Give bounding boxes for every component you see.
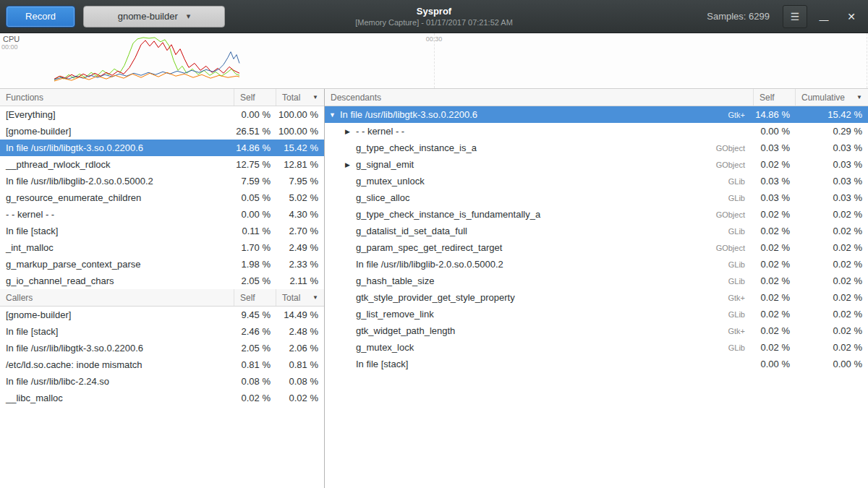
- descendants-row[interactable]: In file [stack]0.00 %0.00 %: [325, 356, 868, 372]
- functions-row[interactable]: In file /usr/lib/libglib-2.0.so.0.5000.2…: [0, 173, 324, 189]
- cpu-graph[interactable]: CPU 00:00 00:30: [0, 33, 868, 89]
- function-self: 0.00 %: [234, 209, 276, 220]
- function-name: In file [stack]: [0, 226, 234, 236]
- cumulative-header-label: Cumulative: [801, 93, 845, 103]
- descendant-cumulative: 0.02 %: [796, 209, 868, 220]
- function-self: 12.75 %: [234, 159, 276, 170]
- functions-row[interactable]: [Everything]0.00 %100.00 %: [0, 106, 324, 123]
- function-name: _int_malloc: [0, 242, 234, 253]
- descendant-name: In file /usr/lib/libglib-2.0.so.0.5000.2: [356, 259, 503, 270]
- descendants-column-header[interactable]: Descendants: [325, 89, 754, 106]
- descendant-library: GObject: [716, 244, 754, 252]
- callers-total-column-header[interactable]: Total ▼: [276, 289, 324, 306]
- descendant-self: 0.02 %: [754, 275, 796, 286]
- left-pane: Functions Self Total ▼ [Everything]0.00 …: [0, 89, 324, 488]
- descendants-row[interactable]: gtk_widget_path_lengthGtk+0.02 %0.02 %: [325, 322, 868, 339]
- descendant-library: GLib: [728, 177, 754, 186]
- window-title: Sysprof: [417, 6, 451, 17]
- descendant-name: gtk_widget_path_length: [356, 325, 455, 336]
- callers-row[interactable]: /etc/ld.so.cache: inode mismatch0.81 %0.…: [0, 356, 324, 373]
- descendants-row[interactable]: g_mutex_lockGLib0.02 %0.02 %: [325, 339, 868, 356]
- descendants-cumulative-column-header[interactable]: Cumulative ▼: [796, 89, 868, 106]
- functions-row[interactable]: g_resource_enumerate_children0.05 %5.02 …: [0, 189, 324, 206]
- descendants-row[interactable]: g_type_check_instance_is_aGObject0.03 %0…: [325, 140, 868, 156]
- caller-total: 0.08 %: [276, 376, 324, 387]
- descendant-name-cell: g_type_check_instance_is_fundamentally_a…: [325, 209, 754, 220]
- function-total: 5.02 %: [276, 192, 324, 203]
- functions-total-column-header[interactable]: Total ▼: [276, 89, 324, 106]
- functions-row[interactable]: g_markup_parse_context_parse1.98 %2.33 %: [0, 256, 324, 273]
- callers-row[interactable]: In file /usr/lib/libgtk-3.so.0.2200.62.0…: [0, 340, 324, 356]
- caller-name: In file [stack]: [0, 326, 234, 337]
- descendants-row[interactable]: In file /usr/lib/libglib-2.0.so.0.5000.2…: [325, 256, 868, 273]
- functions-column-header[interactable]: Functions: [0, 89, 234, 106]
- menu-button[interactable]: ☰: [783, 5, 807, 28]
- callers-row[interactable]: In file [stack]2.46 %2.48 %: [0, 323, 324, 340]
- callers-table-header: Callers Self Total ▼: [0, 289, 324, 307]
- expander-icon[interactable]: ▼: [329, 111, 340, 119]
- descendant-cumulative: 0.02 %: [796, 259, 868, 270]
- callers-row[interactable]: [gnome-builder]9.45 %14.49 %: [0, 307, 324, 323]
- cpu-graph-label: CPU: [3, 35, 20, 43]
- descendant-cumulative: 0.02 %: [796, 242, 868, 253]
- descendants-row[interactable]: g_param_spec_get_redirect_targetGObject0…: [325, 239, 868, 256]
- functions-table-header: Functions Self Total ▼: [0, 89, 324, 106]
- functions-row[interactable]: In file [stack]0.11 %2.70 %: [0, 223, 324, 239]
- sysprof-window: Record gnome-builder ▾ Sysprof [Memory C…: [0, 0, 868, 488]
- caller-name: __libc_malloc: [0, 393, 234, 403]
- descendants-row[interactable]: g_list_remove_linkGLib0.02 %0.02 %: [325, 306, 868, 322]
- descendant-name: g_signal_emit: [356, 159, 414, 170]
- descendant-cumulative: 0.03 %: [796, 192, 868, 203]
- functions-row[interactable]: _int_malloc1.70 %2.49 %: [0, 239, 324, 256]
- function-total: 100.00 %: [276, 126, 324, 137]
- functions-row[interactable]: __pthread_rwlock_rdlock12.75 %12.81 %: [0, 156, 324, 173]
- caller-total: 14.49 %: [276, 309, 324, 320]
- functions-row[interactable]: In file /usr/lib/libgtk-3.so.0.2200.614.…: [0, 140, 324, 156]
- descendant-self: 0.03 %: [754, 176, 796, 187]
- caller-total: 2.48 %: [276, 326, 324, 337]
- function-self: 1.70 %: [234, 242, 276, 253]
- descendants-row[interactable]: ▶g_signal_emitGObject0.02 %0.03 %: [325, 156, 868, 173]
- descendants-row[interactable]: ▼In file /usr/lib/libgtk-3.so.0.2200.6Gt…: [325, 106, 868, 123]
- descendants-row[interactable]: gtk_style_provider_get_style_propertyGtk…: [325, 289, 868, 306]
- sort-descending-icon: ▼: [308, 94, 318, 100]
- callers-row[interactable]: __libc_malloc0.02 %0.02 %: [0, 390, 324, 406]
- expander-icon[interactable]: ▶: [345, 128, 356, 135]
- record-button[interactable]: Record: [6, 6, 75, 27]
- descendant-name: In file [stack]: [356, 359, 408, 369]
- functions-row[interactable]: g_io_channel_read_chars2.05 %2.11 %: [0, 273, 324, 289]
- descendants-row[interactable]: g_hash_table_sizeGLib0.02 %0.02 %: [325, 273, 868, 289]
- main-content: Functions Self Total ▼ [Everything]0.00 …: [0, 89, 868, 488]
- descendants-row[interactable]: ▶- - kernel - -0.00 %0.29 %: [325, 123, 868, 140]
- descendants-row[interactable]: g_type_check_instance_is_fundamentally_a…: [325, 206, 868, 223]
- function-self: 0.11 %: [234, 226, 276, 236]
- descendant-name: g_datalist_id_set_data_full: [356, 226, 467, 236]
- descendants-row[interactable]: g_mutex_unlockGLib0.03 %0.03 %: [325, 173, 868, 189]
- callers-self-column-header[interactable]: Self: [234, 289, 276, 306]
- process-selector-dropdown[interactable]: gnome-builder ▾: [83, 6, 225, 27]
- function-name: [gnome-builder]: [0, 126, 234, 137]
- descendants-row[interactable]: g_slice_allocGLib0.03 %0.03 %: [325, 189, 868, 206]
- function-self: 0.05 %: [234, 192, 276, 203]
- caller-self: 2.46 %: [234, 326, 276, 337]
- functions-self-column-header[interactable]: Self: [234, 89, 276, 106]
- functions-row[interactable]: [gnome-builder]26.51 %100.00 %: [0, 123, 324, 140]
- descendant-name: In file /usr/lib/libgtk-3.so.0.2200.6: [340, 109, 477, 120]
- function-total: 15.42 %: [276, 142, 324, 153]
- function-total: 2.70 %: [276, 226, 324, 236]
- descendant-cumulative: 0.02 %: [796, 342, 868, 353]
- descendant-name-cell: ▼In file /usr/lib/libgtk-3.so.0.2200.6Gt…: [325, 109, 754, 120]
- descendant-cumulative: 0.00 %: [796, 359, 868, 369]
- descendants-row[interactable]: g_datalist_id_set_data_fullGLib0.02 %0.0…: [325, 223, 868, 239]
- callers-column-header[interactable]: Callers: [0, 289, 234, 306]
- descendants-self-column-header[interactable]: Self: [754, 89, 796, 106]
- descendant-library: GLib: [728, 227, 754, 236]
- descendant-name: g_mutex_unlock: [356, 176, 425, 187]
- expander-icon[interactable]: ▶: [345, 161, 356, 168]
- minimize-button[interactable]: —: [813, 5, 835, 28]
- close-icon: ✕: [847, 11, 856, 22]
- caller-total: 0.81 %: [276, 359, 324, 370]
- callers-row[interactable]: In file /usr/lib/libc-2.24.so0.08 %0.08 …: [0, 373, 324, 390]
- functions-row[interactable]: - - kernel - -0.00 %4.30 %: [0, 206, 324, 223]
- close-button[interactable]: ✕: [841, 5, 862, 28]
